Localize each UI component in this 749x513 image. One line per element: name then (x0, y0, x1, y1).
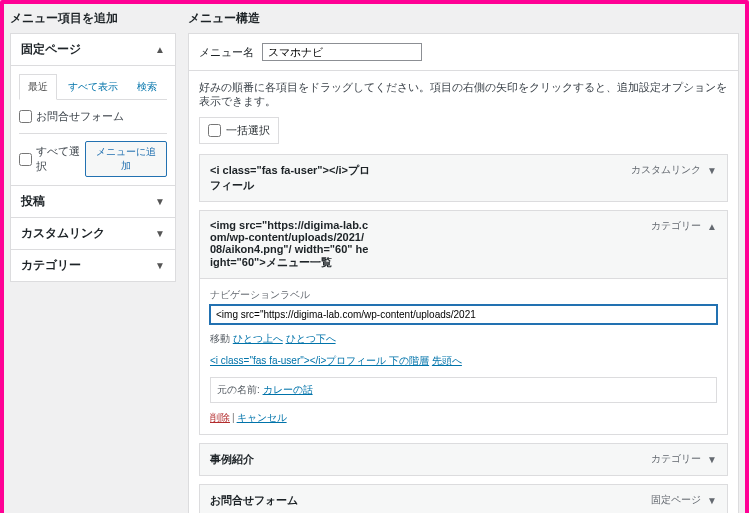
select-all-checkbox[interactable] (19, 153, 32, 166)
tab-recent[interactable]: 最近 (19, 74, 57, 100)
acc-pages-body: 最近 すべて表示 検索 お問合せフォーム すべて選択 メニューに追加 (11, 65, 175, 185)
move-row2: <i class="fas fa-user"></i>プロフィール 下の階層 先… (210, 354, 717, 368)
main-heading: メニュー構造 (188, 10, 739, 27)
select-all-row[interactable]: すべて選択 (19, 141, 85, 177)
sidebar: メニュー項目を追加 固定ページ ▲ 最近 すべて表示 検索 お問合せフォーム (4, 4, 182, 513)
original-name-link[interactable]: カレーの話 (263, 384, 313, 395)
acc-customlinks-title: カスタムリンク (21, 225, 105, 242)
original-name-label: 元の名前: (217, 384, 260, 395)
navlabel-caption: ナビゲーションラベル (210, 288, 717, 302)
navlabel-input[interactable] (210, 305, 717, 324)
move-down-link[interactable]: ひとつ下へ (286, 333, 336, 344)
tab-search[interactable]: 検索 (129, 75, 165, 99)
menu-name-label: メニュー名 (199, 45, 254, 60)
menu-item-contact-type: 固定ページ (651, 493, 701, 507)
move-top-link[interactable]: 先頭へ (432, 355, 462, 366)
page-item-contact[interactable]: お問合せフォーム (19, 106, 167, 127)
move-label: 移動 (210, 333, 230, 344)
menu-item-profile-title: <i class="fas fa-user"></i>プロフィール (210, 163, 370, 193)
bulk-select-top-checkbox[interactable] (208, 124, 221, 137)
tab-all[interactable]: すべて表示 (60, 75, 126, 99)
main: メニュー構造 メニュー名 好みの順番に各項目をドラッグしてください。項目の右側の… (182, 4, 745, 513)
acc-pages-title: 固定ページ (21, 41, 81, 58)
acc-categories-header[interactable]: カテゴリー ▼ (11, 249, 175, 281)
bulk-select-top[interactable]: 一括選択 (199, 117, 279, 144)
menu-item-cases-type: カテゴリー (651, 452, 701, 466)
acc-posts-title: 投稿 (21, 193, 45, 210)
caret-down-icon: ▼ (155, 228, 165, 239)
move-up-link[interactable]: ひとつ上へ (233, 333, 283, 344)
sidebar-heading: メニュー項目を追加 (10, 10, 176, 27)
menu-panel: メニュー名 好みの順番に各項目をドラッグしてください。項目の右側の矢印をクリック… (188, 33, 739, 513)
acc-pages-header[interactable]: 固定ページ ▲ (11, 34, 175, 65)
bulk-select-top-label: 一括選択 (226, 123, 270, 138)
acc-pages: 固定ページ ▲ 最近 すべて表示 検索 お問合せフォーム すべて選択 (10, 33, 176, 282)
remove-cancel-row: 削除|キャンセル (210, 411, 717, 425)
menu-item-profile: <i class="fas fa-user"></i>プロフィール カスタムリン… (199, 154, 728, 202)
menu-item-profile-type: カスタムリンク (631, 163, 701, 177)
caret-up-icon: ▲ (707, 221, 717, 232)
menu-item-cases-title: 事例紹介 (210, 452, 370, 467)
remove-item-link[interactable]: 削除 (210, 412, 230, 423)
menu-item-menulist-header[interactable]: <img src="https://digima-lab.com/wp-cont… (200, 211, 727, 278)
menu-item-menulist-type: カテゴリー (651, 219, 701, 233)
page-item-contact-label: お問合せフォーム (36, 109, 124, 124)
move-under-link[interactable]: <i class="fas fa-user"></i>プロフィール 下の階層 (210, 355, 429, 366)
acc-posts-header[interactable]: 投稿 ▼ (11, 185, 175, 217)
menu-item-menulist-title: <img src="https://digima-lab.com/wp-cont… (210, 219, 370, 270)
menu-name-row: メニュー名 (189, 34, 738, 71)
caret-up-icon: ▲ (155, 44, 165, 55)
caret-down-icon: ▼ (707, 165, 717, 176)
menu-item-menulist-body: ナビゲーションラベル 移動 ひとつ上へ ひとつ下へ <i class="fas … (200, 278, 727, 434)
menu-hint: 好みの順番に各項目をドラッグしてください。項目の右側の矢印をクリックすると、追加… (189, 71, 738, 117)
menu-item-menulist: <img src="https://digima-lab.com/wp-cont… (199, 210, 728, 435)
add-to-menu-button[interactable]: メニューに追加 (85, 141, 167, 177)
menu-item-contact-title: お問合せフォーム (210, 493, 370, 508)
caret-down-icon: ▼ (155, 196, 165, 207)
menu-item-cases: 事例紹介 カテゴリー ▼ (199, 443, 728, 476)
original-name-row: 元の名前: カレーの話 (210, 377, 717, 403)
menu-name-input[interactable] (262, 43, 422, 61)
menu-item-cases-header[interactable]: 事例紹介 カテゴリー ▼ (200, 444, 727, 475)
menu-item-contact: お問合せフォーム 固定ページ ▼ (199, 484, 728, 513)
page-item-contact-checkbox[interactable] (19, 110, 32, 123)
acc-categories-title: カテゴリー (21, 257, 81, 274)
menu-items: <i class="fas fa-user"></i>プロフィール カスタムリン… (189, 154, 738, 513)
pages-tabs: 最近 すべて表示 検索 (19, 74, 167, 100)
acc-customlinks-header[interactable]: カスタムリンク ▼ (11, 217, 175, 249)
menu-item-contact-header[interactable]: お問合せフォーム 固定ページ ▼ (200, 485, 727, 513)
select-all-label: すべて選択 (36, 144, 85, 174)
caret-down-icon: ▼ (707, 454, 717, 465)
menu-item-profile-header[interactable]: <i class="fas fa-user"></i>プロフィール カスタムリン… (200, 155, 727, 201)
cancel-item-link[interactable]: キャンセル (237, 412, 287, 423)
caret-down-icon: ▼ (707, 495, 717, 506)
caret-down-icon: ▼ (155, 260, 165, 271)
move-row: 移動 ひとつ上へ ひとつ下へ (210, 332, 717, 346)
